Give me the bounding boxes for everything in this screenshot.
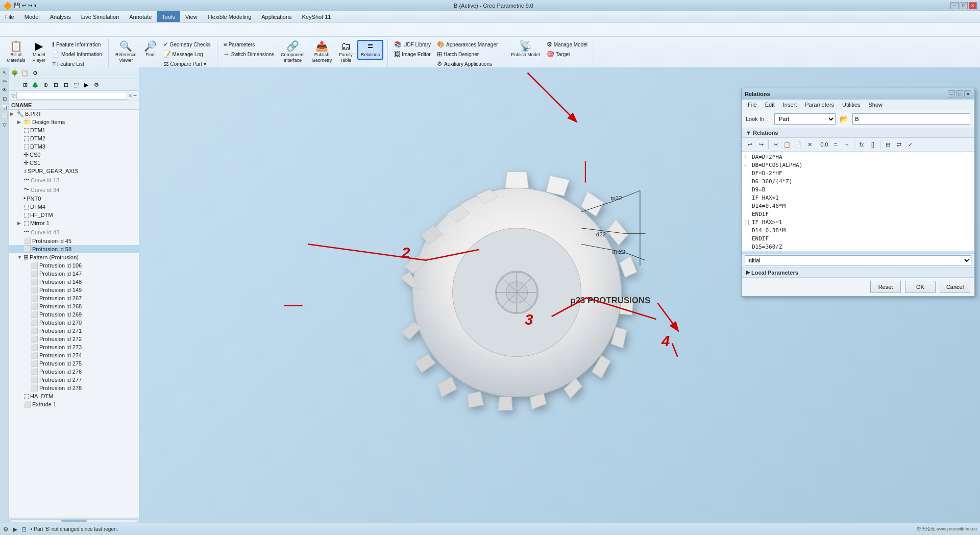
dialog-close-button[interactable]: ✕ <box>964 90 971 98</box>
relations-menu-show[interactable]: Show <box>865 101 887 109</box>
relations-menu-edit[interactable]: Edit <box>761 101 779 109</box>
target-button[interactable]: 🎯 Target <box>545 50 590 59</box>
statusbar-icon1[interactable]: ⚙ <box>3 526 9 533</box>
menu-tools[interactable]: Tools <box>157 11 180 22</box>
relations-line[interactable]: - DB=D*COS(ALPHA) <box>742 161 974 169</box>
parameters-button[interactable]: ≡ Parameters <box>222 40 276 49</box>
st-tree-btn[interactable]: 🌲 <box>31 80 40 89</box>
lt-analysis-button[interactable]: 📊 <box>1 103 9 111</box>
sidebar-scrollbar-track[interactable] <box>10 519 138 522</box>
tree-item[interactable]: ✛ CS0 <box>9 151 139 159</box>
component-interface-button[interactable]: 🔗 ComponentInterface <box>278 40 307 64</box>
relations-line[interactable]: ENDIF <box>742 234 974 242</box>
quick-access-redo[interactable]: ↪ <box>28 3 32 8</box>
message-log-button[interactable]: 📝 Message Log <box>161 50 213 59</box>
relations-line[interactable]: D15=360/Z <box>742 242 974 251</box>
relations-line[interactable]: ENDIF <box>742 210 974 218</box>
relations-line[interactable]: D6=360/(4*Z) <box>742 177 974 185</box>
tree-item[interactable]: ✛ CS1 <box>9 159 139 167</box>
ok-button[interactable]: OK <box>905 281 936 293</box>
rtb-undo[interactable]: ↩ <box>745 139 755 150</box>
tree-item[interactable]: ⬜ Protrusion id 268 <box>9 302 139 310</box>
switch-dimensions-button[interactable]: ↔ Switch Dimensions <box>222 50 276 59</box>
tree-item[interactable]: ⬚ DTM3 <box>9 142 139 151</box>
tree-item[interactable]: ⬜ Protrusion id 269 <box>9 310 139 319</box>
st-collapse-btn[interactable]: ⊟ <box>61 80 70 89</box>
st-settings-btn[interactable]: ⚙ <box>92 80 101 89</box>
tree-item[interactable]: ▶ 🔧 B.PRT <box>9 110 139 118</box>
rtb-bracket[interactable]: [] <box>868 139 878 150</box>
menu-keyshot11[interactable]: KeyShot 11 <box>297 11 336 22</box>
geometry-checks-button[interactable]: ✓ Geometry Checks <box>161 40 213 49</box>
rtb-verify[interactable]: ✓ <box>905 139 915 150</box>
st-expand2-btn[interactable]: ⊞ <box>51 80 60 89</box>
relations-line[interactable]: = D14=0.38*M <box>742 226 974 234</box>
rtb-copy[interactable]: 📋 <box>782 139 792 150</box>
tree-item[interactable]: ⬜ Extrude 1 <box>9 400 139 408</box>
dialog-restore-button[interactable]: □ <box>956 90 963 98</box>
menu-view[interactable]: View <box>180 11 203 22</box>
menu-annotate[interactable]: Annotate <box>124 11 157 22</box>
tree-item[interactable]: 〜 Curve id 43 <box>9 227 139 237</box>
tree-item[interactable]: ⬜ Protrusion id 45 <box>9 237 139 245</box>
tree-item[interactable]: ⬜ Protrusion id 274 <box>9 351 139 359</box>
tree-item[interactable]: ⬜ Protrusion id 271 <box>9 327 139 335</box>
sidebar-scrollbar[interactable] <box>9 518 139 523</box>
window-close-button[interactable]: ✕ <box>969 2 977 9</box>
statusbar-icon2[interactable]: ▶ <box>13 526 17 533</box>
tree-item[interactable]: ⬜ Protrusion id 275 <box>9 359 139 368</box>
filter-clear-button[interactable]: ✕ <box>128 93 132 99</box>
rtb-redo[interactable]: ↪ <box>756 139 766 150</box>
tree-item[interactable]: ⬜ Protrusion id 278 <box>9 384 139 392</box>
st-more-btn[interactable]: ▶ <box>82 80 91 89</box>
tree-item[interactable]: ⬜ Protrusion id 276 <box>9 368 139 376</box>
quick-access-undo[interactable]: ↩ <box>22 3 26 8</box>
look-in-select[interactable]: Part <box>774 113 836 125</box>
menu-model[interactable]: Model <box>19 11 45 22</box>
relations-editor[interactable]: + DA=D+2*HA- DB=D*COS(ALPHA) DF=D-2*HF D… <box>742 152 974 254</box>
tree-item[interactable]: ⬜ Protrusion id 267 <box>9 294 139 302</box>
menu-live-simulation[interactable]: Live Simulation <box>76 11 125 22</box>
relations-line[interactable]: D14=0.46*M <box>742 202 974 210</box>
appearances-manager-button[interactable]: 🎨 Appearances Manager <box>435 40 500 49</box>
relations-menu-utilities[interactable]: Utilities <box>838 101 864 109</box>
tree-item[interactable]: ⬚ HF_DTM <box>9 211 139 219</box>
menu-applications[interactable]: Applications <box>256 11 297 22</box>
local-params-section[interactable]: ▶ Local Parameters <box>742 268 974 278</box>
tree-item[interactable]: ▶ ⬚ Mirror 1 <box>9 219 139 227</box>
relations-line[interactable]: IF HAX<1 <box>742 193 974 202</box>
st-btn-3[interactable]: ⚙ <box>31 68 40 78</box>
relations-menu-insert[interactable]: Insert <box>779 101 801 109</box>
tree-item[interactable]: 〜 Curve id 34 <box>9 185 139 194</box>
relations-button[interactable]: = Relations <box>357 40 384 60</box>
tree-item[interactable]: ⬜ Protrusion id 58 <box>9 245 139 253</box>
sidebar-scrollbar-thumb[interactable] <box>61 520 87 522</box>
reset-button[interactable]: Reset <box>870 281 901 293</box>
lt-select-button[interactable]: ↖ <box>1 68 9 77</box>
tree-container[interactable]: ▶ 🔧 B.PRT▶ 📁 Design Items ⬚ DTM1 ⬚ DTM2 … <box>9 110 139 518</box>
lt-view-button[interactable]: 👁 <box>1 86 9 94</box>
model-player-button[interactable]: ▶ ModelPlayer <box>30 40 48 64</box>
tree-item[interactable]: ⬚ DTM4 <box>9 203 139 211</box>
find-button[interactable]: 🔎 Find <box>141 40 159 59</box>
reference-viewer-button[interactable]: 🔍 ReferenceViewer <box>113 40 139 64</box>
dialog-minimize-button[interactable]: ─ <box>948 90 955 98</box>
relations-line[interactable]: + DA=D+2*HA <box>742 153 974 161</box>
tree-item[interactable]: ⬜ Protrusion id 270 <box>9 319 139 327</box>
st-btn-1[interactable]: 🌳 <box>10 68 19 78</box>
initial-select[interactable]: Initial <box>745 255 971 265</box>
rtb-arrow[interactable]: → <box>842 139 852 150</box>
tree-toggle[interactable]: ▼ <box>17 255 23 260</box>
relations-section-header[interactable]: ▼ Relations <box>742 128 974 138</box>
tree-item[interactable]: ▶ 📁 Design Items <box>9 118 139 126</box>
quick-access-save[interactable]: 💾 <box>14 3 20 8</box>
relations-menu-parameters[interactable]: Parameters <box>801 101 838 109</box>
rtb-cut[interactable]: ✂ <box>771 139 781 150</box>
hatch-designer-button[interactable]: ⊞ Hatch Designer <box>435 50 500 59</box>
filter-input[interactable] <box>16 92 127 100</box>
menu-analysis[interactable]: Analysis <box>45 11 76 22</box>
rtb-equals[interactable]: = <box>830 139 841 150</box>
rtb-function[interactable]: fx <box>856 139 867 150</box>
st-list-btn[interactable]: ≡ <box>10 80 19 89</box>
st-grid-btn[interactable]: ⊞ <box>20 80 30 89</box>
